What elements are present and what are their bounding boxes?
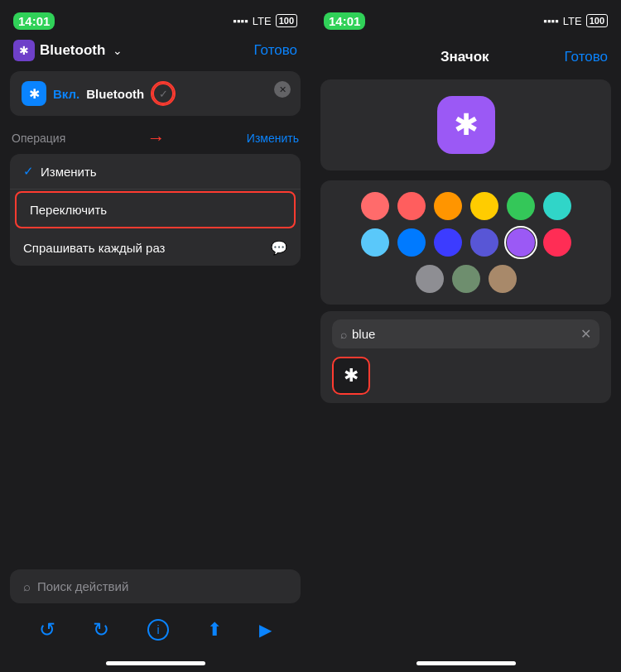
- right-status-right: ▪▪▪▪ LTE 100: [543, 14, 608, 27]
- operation-row: Операция → Изменить: [0, 122, 310, 151]
- action-row: ✱ Вкл. Bluetooth ✓: [22, 81, 289, 106]
- color-palette-card: [320, 180, 611, 305]
- left-lte-label: LTE: [253, 15, 272, 27]
- right-signal-icon: ▪▪▪▪: [543, 15, 558, 27]
- bt-action-icon: ✱: [22, 81, 46, 106]
- toolbar-play-icon[interactable]: ▶: [259, 620, 272, 640]
- color-dot-red2[interactable]: [397, 192, 426, 220]
- right-panel: 14:01 ▪▪▪▪ LTE 100 Значок Готово ✱: [310, 0, 621, 672]
- dropdown-ask-label: Спрашивать каждый раз: [23, 241, 165, 255]
- color-dot-red1[interactable]: [361, 192, 389, 220]
- check-icon: ✓: [159, 88, 168, 100]
- search-field-icon: ⌕: [340, 328, 347, 341]
- search-field-value[interactable]: blue: [352, 327, 575, 341]
- left-status-right: ▪▪▪▪ LTE 100: [233, 14, 297, 27]
- color-dot-tan[interactable]: [489, 265, 517, 293]
- close-icon: ✕: [279, 84, 286, 95]
- operation-dropdown: ✓ Изменить Переключить Спрашивать каждый…: [10, 154, 301, 266]
- right-time: 14:01: [324, 12, 365, 30]
- dropdown-item-pereklyuchit[interactable]: Переключить: [17, 193, 294, 227]
- icon-search-field[interactable]: ⌕ blue ✕: [332, 319, 599, 348]
- operation-change-button[interactable]: Изменить: [247, 132, 299, 145]
- color-dot-sage[interactable]: [452, 265, 480, 293]
- left-home-indicator: [106, 661, 205, 665]
- right-lte-label: LTE: [563, 15, 582, 27]
- toolbar-undo-icon[interactable]: ↺: [39, 618, 55, 641]
- left-panel: 14:01 ▪▪▪▪ LTE 100 ✱ Bluetooth ⌄ Готово …: [0, 0, 310, 672]
- right-home-indicator: [416, 661, 516, 665]
- nav-bluetooth-group: ✱ Bluetooth ⌄: [13, 40, 123, 61]
- search-actions-label: Поиск действий: [37, 579, 128, 593]
- ask-chat-icon: 💬: [271, 240, 287, 256]
- dropdown-pereklyuchit-label: Переключить: [30, 203, 107, 217]
- color-dot-green[interactable]: [507, 192, 535, 220]
- icon-search-card: ⌕ blue ✕ ✱: [320, 311, 611, 403]
- left-nav-bar: ✱ Bluetooth ⌄ Готово: [0, 36, 310, 68]
- right-battery-badge: 100: [586, 14, 608, 27]
- icon-search-results: ✱: [332, 357, 599, 395]
- right-done-button[interactable]: Готово: [565, 49, 609, 65]
- action-card: ✱ Вкл. Bluetooth ✓ ✕: [10, 71, 301, 116]
- action-close-button[interactable]: ✕: [274, 81, 291, 98]
- dropdown-item-pereklyuchit-wrapper: Переключить: [15, 191, 296, 228]
- large-bt-icon: ✱: [437, 96, 495, 154]
- icon-result-bt[interactable]: ✱: [332, 357, 370, 395]
- left-battery-badge: 100: [276, 14, 297, 27]
- toolbar-share-icon[interactable]: ⬆: [207, 619, 222, 641]
- color-row-3: [332, 265, 599, 293]
- search-clear-icon[interactable]: ✕: [580, 326, 591, 342]
- color-dot-indigo[interactable]: [470, 228, 498, 257]
- dropdown-item-ask[interactable]: Спрашивать каждый раз 💬: [10, 230, 301, 266]
- dropdown-check-icon: ✓: [23, 164, 34, 179]
- color-dot-darkblue[interactable]: [434, 228, 462, 257]
- nav-chevron-icon[interactable]: ⌄: [113, 44, 123, 57]
- left-done-button[interactable]: Готово: [254, 42, 298, 59]
- bottom-area: ⌕ Поиск действий ↺ ↻ i ⬆ ▶: [0, 569, 310, 672]
- right-nav-bar: Значок Готово: [310, 36, 621, 73]
- red-arrow-icon: →: [147, 127, 166, 149]
- operation-label: Операция: [12, 132, 65, 145]
- action-bt-label: Bluetooth: [86, 87, 144, 101]
- left-signal-icon: ▪▪▪▪: [233, 15, 248, 27]
- action-check-button[interactable]: ✓: [152, 83, 174, 104]
- toolbar-bar: ↺ ↻ i ⬆ ▶: [0, 610, 310, 658]
- right-nav-title: Значок: [440, 49, 489, 65]
- color-dot-orange[interactable]: [434, 192, 462, 220]
- nav-title: Bluetooth: [40, 42, 105, 59]
- color-row-1: [332, 192, 599, 220]
- dropdown-item-izmenit[interactable]: ✓ Изменить: [10, 154, 301, 190]
- color-dot-yellow[interactable]: [470, 192, 498, 220]
- search-actions-bar[interactable]: ⌕ Поиск действий: [10, 569, 301, 603]
- toolbar-redo-icon[interactable]: ↻: [93, 618, 109, 641]
- color-dot-lightblue[interactable]: [361, 228, 389, 257]
- right-status-bar: 14:01 ▪▪▪▪ LTE 100: [310, 0, 621, 36]
- icon-result-bt-symbol: ✱: [344, 365, 359, 386]
- left-time: 14:01: [13, 12, 55, 30]
- icon-preview-card: ✱: [320, 79, 611, 170]
- action-vkl-label: Вкл.: [53, 87, 79, 101]
- color-dot-teal[interactable]: [543, 192, 571, 220]
- bluetooth-nav-icon: ✱: [13, 40, 35, 61]
- search-actions-icon: ⌕: [23, 579, 31, 593]
- toolbar-info-icon[interactable]: i: [147, 619, 169, 641]
- color-dot-blue[interactable]: [397, 228, 426, 257]
- color-dot-purple[interactable]: [507, 228, 535, 257]
- dropdown-izmenit-label: Изменить: [41, 165, 97, 179]
- color-dot-pink[interactable]: [543, 228, 571, 257]
- color-dot-gray[interactable]: [416, 265, 444, 293]
- color-row-2: [332, 228, 599, 257]
- left-status-bar: 14:01 ▪▪▪▪ LTE 100: [0, 0, 310, 36]
